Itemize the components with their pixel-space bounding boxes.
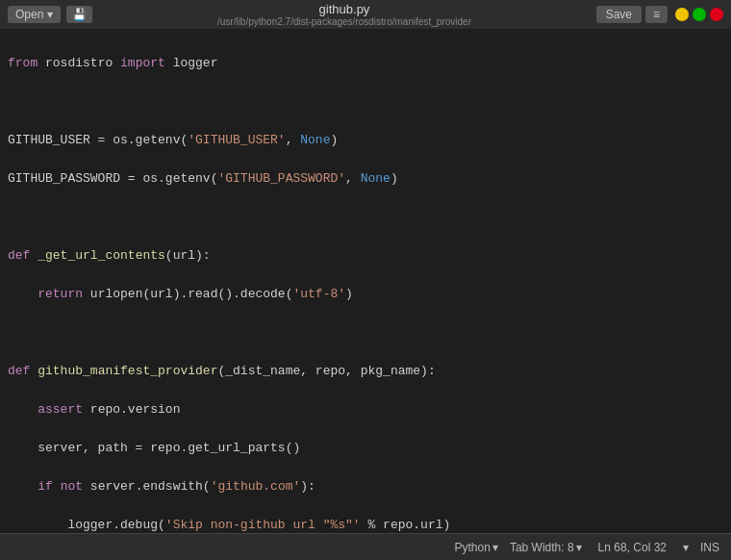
ins-indicator: INS bbox=[700, 541, 719, 554]
file-title: github.py bbox=[92, 2, 595, 16]
window-controls bbox=[675, 8, 723, 21]
encoding-chevron-icon: ▾ bbox=[683, 541, 689, 554]
code-line-11: server, path = repo.get_url_parts() bbox=[8, 439, 723, 458]
code-line-2 bbox=[8, 92, 723, 112]
open-chevron-icon: ▾ bbox=[47, 8, 53, 21]
titlebar: Open ▾ 💾 github.py /usr/lib/python2.7/di… bbox=[0, 0, 731, 29]
titlebar-center: github.py /usr/lib/python2.7/dist-packag… bbox=[92, 2, 595, 27]
save-button[interactable]: Save bbox=[596, 6, 642, 23]
code-editor[interactable]: from rosdistro import logger GITHUB_USER… bbox=[0, 29, 731, 533]
language-chevron-icon: ▾ bbox=[492, 541, 498, 554]
code-line-3: GITHUB_USER = os.getenv('GITHUB_USER', N… bbox=[8, 131, 723, 150]
code-line-13: logger.debug('Skip non-github url "%s"' … bbox=[8, 516, 723, 533]
encoding-selector[interactable]: ▾ bbox=[683, 541, 689, 554]
col-label: Col 32 bbox=[633, 541, 667, 554]
tab-width-label: Tab Width: 8 bbox=[510, 541, 574, 554]
code-line-6: def _get_url_contents(url): bbox=[8, 246, 723, 266]
ln-label: Ln 68, bbox=[598, 541, 630, 554]
titlebar-right: Save ≡ bbox=[596, 6, 723, 23]
ln-col-indicator[interactable]: Ln 68, Col 32 bbox=[593, 540, 671, 555]
code-line-4: GITHUB_PASSWORD = os.getenv('GITHUB_PASS… bbox=[8, 169, 723, 189]
statusbar: Python ▾ Tab Width: 8 ▾ Ln 68, Col 32 ▾ … bbox=[0, 533, 731, 560]
code-line-9: def github_manifest_provider(_dist_name,… bbox=[8, 362, 723, 381]
file-path: /usr/lib/python2.7/dist-packages/rosdist… bbox=[92, 16, 595, 27]
code-line-1: from rosdistro import logger bbox=[8, 54, 723, 73]
save-icon-button[interactable]: 💾 bbox=[66, 6, 92, 23]
language-label: Python bbox=[455, 541, 491, 554]
maximize-button[interactable] bbox=[693, 8, 706, 21]
ln-col-value: Ln 68, Col 32 bbox=[593, 540, 671, 555]
titlebar-left: Open ▾ 💾 bbox=[8, 6, 92, 23]
code-line-5 bbox=[8, 208, 723, 227]
menu-button[interactable]: ≡ bbox=[645, 6, 668, 23]
minimize-button[interactable] bbox=[675, 8, 689, 21]
tab-width-selector[interactable]: Tab Width: 8 ▾ bbox=[510, 541, 582, 554]
close-button[interactable] bbox=[710, 8, 723, 21]
language-selector[interactable]: Python ▾ bbox=[455, 541, 498, 554]
tab-width-chevron-icon: ▾ bbox=[576, 541, 582, 554]
open-label: Open bbox=[15, 8, 43, 21]
code-line-8 bbox=[8, 323, 723, 343]
open-button[interactable]: Open ▾ bbox=[8, 6, 61, 23]
code-line-10: assert repo.version bbox=[8, 400, 723, 420]
code-line-7: return urlopen(url).read().decode('utf-8… bbox=[8, 285, 723, 304]
ins-label: INS bbox=[700, 541, 719, 554]
floppy-icon: 💾 bbox=[72, 8, 87, 21]
code-line-12: if not server.endswith('github.com'): bbox=[8, 477, 723, 496]
